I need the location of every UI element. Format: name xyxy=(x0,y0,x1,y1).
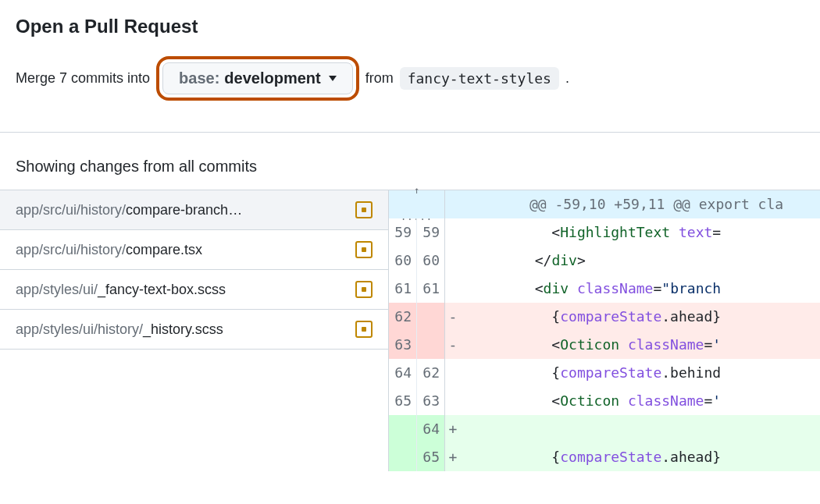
source-branch-tag: fancy-text-styles xyxy=(400,67,559,90)
file-path: app/styles/ui/history/_history.scss xyxy=(16,321,223,338)
line-number-new: 63 xyxy=(417,387,445,415)
diff-code xyxy=(461,415,820,443)
chevron-down-icon xyxy=(329,76,337,81)
diff-sign xyxy=(445,247,461,275)
diff-sign xyxy=(445,275,461,303)
diff-sign xyxy=(445,359,461,387)
diff-sign: + xyxy=(445,415,461,443)
line-number-old: 60 xyxy=(389,247,417,275)
diff-code: </div> xyxy=(461,247,820,275)
from-label: from xyxy=(365,70,394,87)
line-number-old xyxy=(389,443,417,471)
diff-line: 63- <Octicon className=' xyxy=(389,331,820,359)
line-number-old: 59 xyxy=(389,218,417,247)
diff-code: {compareState.ahead} xyxy=(461,443,820,471)
diff-line: 62- {compareState.ahead} xyxy=(389,303,820,331)
expand-icon[interactable]: ↑····· xyxy=(389,190,445,218)
modified-icon xyxy=(355,241,373,258)
diff-sign xyxy=(445,218,461,247)
modified-icon xyxy=(355,281,373,298)
line-number-new: 59 xyxy=(417,218,445,247)
base-dropdown-highlight: base: development xyxy=(156,56,359,101)
diff-code: {compareState.ahead} xyxy=(461,303,820,331)
file-path: app/src/ui/history/compare-branch… xyxy=(16,202,242,218)
line-number-new: 64 xyxy=(417,415,445,443)
line-number-old: 64 xyxy=(389,359,417,387)
base-label: base: xyxy=(179,69,219,87)
diff-line: 6462 {compareState.behind xyxy=(389,359,820,387)
diff-code: <HighlightText text= xyxy=(461,218,820,247)
file-path: app/styles/ui/_fancy-text-box.scss xyxy=(16,282,226,298)
modified-icon xyxy=(355,321,373,338)
diff-code: {compareState.behind xyxy=(461,359,820,387)
line-number-new xyxy=(417,303,445,331)
diff-sign: - xyxy=(445,303,461,331)
line-number-old: 61 xyxy=(389,275,417,303)
base-value: development xyxy=(224,69,320,87)
diff-line: 6161 <div className="branch xyxy=(389,275,820,303)
merge-suffix: . xyxy=(565,70,569,87)
modified-icon xyxy=(355,201,373,218)
file-path: app/src/ui/history/compare.tsx xyxy=(16,242,202,258)
diff-sign xyxy=(445,387,461,415)
changes-subtitle: Showing changes from all commits xyxy=(0,133,820,190)
line-number-new: 60 xyxy=(417,247,445,275)
file-list: app/src/ui/history/compare-branch…app/sr… xyxy=(0,190,389,471)
merge-prefix: Merge 7 commits into xyxy=(16,70,150,87)
diff-line: 65+ {compareState.ahead} xyxy=(389,443,820,471)
merge-summary: Merge 7 commits into base: development f… xyxy=(16,56,804,101)
diff-sign: - xyxy=(445,331,461,359)
diff-line: 5959 <HighlightText text= xyxy=(389,218,820,247)
file-row[interactable]: app/src/ui/history/compare-branch… xyxy=(0,190,388,230)
diff-code: <Octicon className=' xyxy=(461,387,820,415)
line-number-old: 63 xyxy=(389,331,417,359)
line-number-new: 61 xyxy=(417,275,445,303)
line-number-old: 62 xyxy=(389,303,417,331)
diff-hunk-header: ↑·····@@ -59,10 +59,11 @@ export cla xyxy=(389,190,820,218)
diff-sign: + xyxy=(445,443,461,471)
line-number-new xyxy=(417,331,445,359)
diff-line: 64+ xyxy=(389,415,820,443)
diff-line: 6060 </div> xyxy=(389,247,820,275)
diff-code: <div className="branch xyxy=(461,275,820,303)
line-number-new: 62 xyxy=(417,359,445,387)
diff-view: ↑·····@@ -59,10 +59,11 @@ export cla5959… xyxy=(389,190,820,471)
file-row[interactable]: app/styles/ui/_fancy-text-box.scss xyxy=(0,270,388,310)
diff-code: <Octicon className=' xyxy=(461,331,820,359)
line-number-old xyxy=(389,415,417,443)
line-number-old: 65 xyxy=(389,387,417,415)
file-row[interactable]: app/styles/ui/history/_history.scss xyxy=(0,310,388,350)
base-branch-dropdown[interactable]: base: development xyxy=(162,62,353,94)
page-title: Open a Pull Request xyxy=(16,16,804,37)
diff-line: 6563 <Octicon className=' xyxy=(389,387,820,415)
line-number-new: 65 xyxy=(417,443,445,471)
file-row[interactable]: app/src/ui/history/compare.tsx xyxy=(0,230,388,270)
